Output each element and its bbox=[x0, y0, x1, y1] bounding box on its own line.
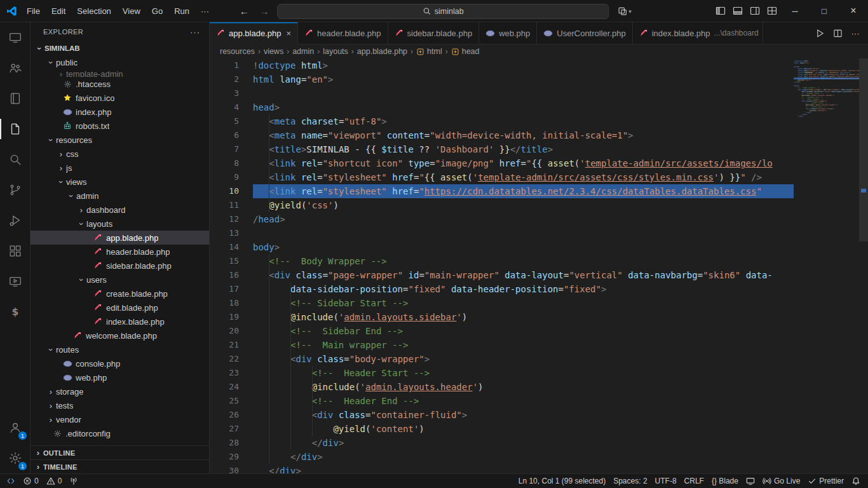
code-line-24[interactable]: @include('admin.layouts.header') bbox=[253, 380, 794, 394]
tab-web-php[interactable]: web.php bbox=[479, 22, 537, 44]
code-line-7[interactable]: <title>SIMINLAB - {{ $title ?? 'Dashboar… bbox=[253, 142, 794, 156]
tree-item-editorconfig[interactable]: .editorconfig bbox=[31, 426, 209, 440]
line-number-7[interactable]: 7 bbox=[210, 142, 253, 156]
line-number-29[interactable]: 29 bbox=[210, 450, 253, 464]
toggle-secondary-sidebar-icon[interactable] bbox=[746, 0, 763, 22]
menu-edit[interactable]: Edit bbox=[46, 0, 71, 22]
close-button[interactable]: × bbox=[839, 0, 868, 22]
more-actions-button[interactable]: ··· bbox=[848, 25, 863, 41]
activity-settings[interactable]: 1 bbox=[0, 443, 30, 473]
tree-item-css[interactable]: ›css bbox=[31, 147, 209, 161]
minimap[interactable]: <!doctype html><html lang="en"><head> <m… bbox=[794, 58, 859, 473]
code-line-16[interactable]: <div class="page-wrapper" id="main-wrapp… bbox=[253, 268, 794, 282]
code-line-22[interactable]: <div class="body-wrapper"> bbox=[253, 352, 794, 366]
menu-file[interactable]: File bbox=[21, 0, 46, 22]
line-number-13[interactable]: 13 bbox=[210, 226, 253, 240]
activity-live-preview[interactable] bbox=[0, 266, 30, 297]
tree-item-public[interactable]: ›public bbox=[31, 55, 209, 69]
tree-item-index-php[interactable]: index.php bbox=[31, 105, 209, 119]
line-number-17[interactable]: 17 bbox=[210, 282, 253, 296]
editor-layout-dropdown[interactable]: ▾ bbox=[618, 6, 632, 16]
line-number-27[interactable]: 27 bbox=[210, 422, 253, 436]
code-line-17[interactable]: data-sidebar-position="fixed" data-heade… bbox=[253, 282, 794, 296]
code-line-8[interactable]: <link rel="shortcut icon" type="image/pn… bbox=[253, 156, 794, 170]
activity-docs[interactable] bbox=[0, 83, 30, 114]
status-problems-errors[interactable]: 0 bbox=[19, 474, 43, 488]
tab-app-blade-php[interactable]: app.blade.php× bbox=[210, 22, 298, 44]
line-number-26[interactable]: 26 bbox=[210, 408, 253, 422]
tree-item-app-blade-php[interactable]: app.blade.php bbox=[31, 231, 209, 245]
menu-selection[interactable]: Selection bbox=[71, 0, 116, 22]
line-number-1[interactable]: 1 bbox=[210, 58, 253, 72]
menu-more[interactable]: ··· bbox=[195, 0, 215, 22]
line-number-18[interactable]: 18 bbox=[210, 296, 253, 310]
code-line-6[interactable]: <meta name="viewport" content="width=dev… bbox=[253, 128, 794, 142]
line-number-23[interactable]: 23 bbox=[210, 366, 253, 380]
forward-arrow-icon[interactable]: → bbox=[257, 6, 272, 17]
code-line-28[interactable]: </div> bbox=[253, 436, 794, 450]
status-prettier[interactable]: Prettier bbox=[804, 474, 848, 488]
line-number-4[interactable]: 4 bbox=[210, 100, 253, 114]
code-line-26[interactable]: <div class="container-fluid"> bbox=[253, 408, 794, 422]
tree-item-layouts[interactable]: ›layouts bbox=[31, 217, 209, 231]
line-number-30[interactable]: 30 bbox=[210, 464, 253, 473]
code-line-23[interactable]: <!-- Header Start --> bbox=[253, 366, 794, 380]
tree-item-favicon-ico[interactable]: favicon.ico bbox=[31, 91, 209, 105]
code-line-30[interactable]: </div> bbox=[253, 464, 794, 473]
status-language-mode[interactable]: {} Blade bbox=[708, 474, 742, 488]
tree-item-resources[interactable]: ›resources bbox=[31, 133, 209, 147]
line-number-6[interactable]: 6 bbox=[210, 128, 253, 142]
close-icon[interactable]: × bbox=[286, 29, 291, 38]
line-number-28[interactable]: 28 bbox=[210, 436, 253, 450]
line-number-10[interactable]: 10 bbox=[210, 184, 253, 198]
toggle-panel-icon[interactable] bbox=[729, 0, 746, 22]
activity-explorer[interactable] bbox=[0, 114, 30, 144]
line-number-3[interactable]: 3 bbox=[210, 86, 253, 100]
workspace-root[interactable]: › SIMINLAB bbox=[31, 41, 209, 55]
line-number-9[interactable]: 9 bbox=[210, 170, 253, 184]
line-number-16[interactable]: 16 bbox=[210, 268, 253, 282]
line-number-15[interactable]: 15 bbox=[210, 254, 253, 268]
explorer-actions-button[interactable]: ··· bbox=[190, 27, 200, 37]
tree-item-vendor[interactable]: ›vendor bbox=[31, 412, 209, 426]
toggle-sidebar-icon[interactable] bbox=[712, 0, 729, 22]
tree-item-tests[interactable]: ›tests bbox=[31, 398, 209, 412]
code-line-14[interactable]: <body> bbox=[253, 240, 794, 254]
tree-item-js[interactable]: ›js bbox=[31, 161, 209, 175]
activity-organization[interactable] bbox=[0, 53, 30, 83]
code-editor[interactable]: 1234567891011121314151617181920212223242… bbox=[210, 58, 868, 473]
vertical-scrollbar[interactable] bbox=[859, 58, 868, 473]
breadcrumb-admin[interactable]: admin bbox=[292, 47, 314, 56]
tab-usercontroller-php[interactable]: UserController.php bbox=[537, 22, 632, 44]
code-line-13[interactable] bbox=[253, 226, 794, 240]
activity-source-control[interactable] bbox=[0, 175, 30, 205]
breadcrumb-html[interactable]: html bbox=[416, 47, 442, 56]
split-editor-button[interactable] bbox=[830, 25, 845, 41]
tree-item-routes[interactable]: ›routes bbox=[31, 342, 209, 356]
breadcrumb-layouts[interactable]: layouts bbox=[323, 47, 348, 56]
tree-item-header-blade-php[interactable]: header.blade.php bbox=[31, 245, 209, 259]
line-number-5[interactable]: 5 bbox=[210, 114, 253, 128]
line-number-20[interactable]: 20 bbox=[210, 324, 253, 338]
activity-extensions[interactable] bbox=[0, 236, 30, 266]
line-number-8[interactable]: 8 bbox=[210, 156, 253, 170]
breadcrumb-resources[interactable]: resources bbox=[220, 47, 255, 56]
code-line-21[interactable]: <!-- Main wrapper --> bbox=[253, 338, 794, 352]
tree-item-create-blade-php[interactable]: create.blade.php bbox=[31, 287, 209, 301]
breadcrumb-app-blade-php[interactable]: app.blade.php bbox=[357, 47, 407, 56]
code-line-1[interactable]: <!doctype html> bbox=[253, 58, 794, 72]
line-number-24[interactable]: 24 bbox=[210, 380, 253, 394]
line-number-2[interactable]: 2 bbox=[210, 72, 253, 86]
maximize-button[interactable]: □ bbox=[810, 0, 839, 22]
line-number-19[interactable]: 19 bbox=[210, 310, 253, 324]
menu-go[interactable]: Go bbox=[146, 0, 168, 22]
activity-search[interactable] bbox=[0, 144, 30, 175]
status-encoding[interactable]: UTF-8 bbox=[651, 474, 681, 488]
code-line-19[interactable]: @include('admin.layouts.sidebar') bbox=[253, 310, 794, 324]
code-line-9[interactable]: <link rel="stylesheet" href="{{ asset('t… bbox=[253, 170, 794, 184]
tree-item-web-php[interactable]: web.php bbox=[31, 370, 209, 384]
code-line-10[interactable]: <link rel="stylesheet" href="https://cdn… bbox=[253, 184, 794, 198]
line-number-11[interactable]: 11 bbox=[210, 198, 253, 212]
editor-content[interactable]: <!doctype html><html lang="en"><head> <m… bbox=[253, 58, 794, 473]
tree-item-welcome-blade-php[interactable]: welcome.blade.php bbox=[31, 329, 209, 342]
